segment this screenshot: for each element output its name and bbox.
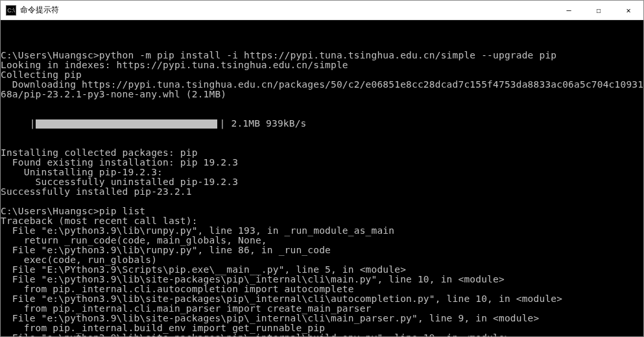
progress-line: | | 2.1MB 939kB/s	[1, 119, 643, 129]
minimize-button[interactable]: —	[554, 1, 584, 19]
terminal-line: File "e:\python3.9\lib\site-packages\pip…	[1, 314, 643, 323]
terminal-line: exec(code, run_globals)	[1, 255, 643, 265]
terminal-line: Looking in indexes: https://pypi.tuna.ts…	[1, 60, 643, 70]
command-prompt-window: C:\ 命令提示符 — ☐ ✕ C:\Users\Huangsc>python …	[0, 0, 644, 337]
terminal-line: from pip._internal.cli.autocompletion im…	[1, 284, 643, 294]
terminal-line: File "e:\python3.9\lib\site-packages\pip…	[1, 333, 643, 336]
terminal-line: return _run_code(code, main_globals, Non…	[1, 236, 643, 245]
progress-bar	[36, 119, 217, 129]
terminal-line: Successfully uninstalled pip-19.2.3	[1, 177, 643, 187]
terminal-line: C:\Users\Huangsc>python -m pip install -…	[1, 51, 643, 60]
progress-indent: |	[1, 119, 36, 129]
terminal-line: Successfully installed pip-23.2.1	[1, 187, 643, 197]
terminal-line: File "E:\PYthon3.9\Scripts\pip.exe\__mai…	[1, 265, 643, 275]
maximize-button[interactable]: ☐	[584, 1, 614, 19]
terminal-line: from pip._internal.cli.main_parser impor…	[1, 304, 643, 314]
window-controls: — ☐ ✕	[554, 1, 643, 19]
terminal-line: from pip._internal.build_env import get_…	[1, 323, 643, 333]
terminal-line: Downloading https://pypi.tuna.tsinghua.e…	[1, 80, 643, 90]
terminal-line: Found existing installation: pip 19.2.3	[1, 158, 643, 168]
terminal-line: Uninstalling pip-19.2.3:	[1, 168, 643, 177]
terminal-line: C:\Users\Huangsc>pip list	[1, 206, 643, 216]
close-button[interactable]: ✕	[614, 1, 643, 19]
terminal-line: Collecting pip	[1, 70, 643, 80]
window-title: 命令提示符	[20, 5, 554, 16]
terminal-line: File "e:\python3.9\lib\site-packages\pip…	[1, 294, 643, 304]
terminal-line	[1, 41, 643, 51]
terminal-line: Traceback (most recent call last):	[1, 216, 643, 226]
terminal-line: 68a/pip-23.2.1-py3-none-any.whl (2.1MB)	[1, 90, 643, 99]
terminal-output[interactable]: C:\Users\Huangsc>python -m pip install -…	[1, 20, 643, 336]
terminal-line: File "e:\python3.9\lib\runpy.py", line 1…	[1, 226, 643, 236]
terminal-line: Installing collected packages: pip	[1, 148, 643, 158]
terminal-line: File "e:\python3.9\lib\runpy.py", line 8…	[1, 245, 643, 255]
cmd-icon: C:\	[6, 5, 16, 16]
progress-text: | 2.1MB 939kB/s	[220, 119, 307, 129]
terminal-line: File "e:\python3.9\lib\site-packages\pip…	[1, 275, 643, 284]
terminal-line	[1, 197, 643, 206]
titlebar[interactable]: C:\ 命令提示符 — ☐ ✕	[1, 1, 643, 20]
